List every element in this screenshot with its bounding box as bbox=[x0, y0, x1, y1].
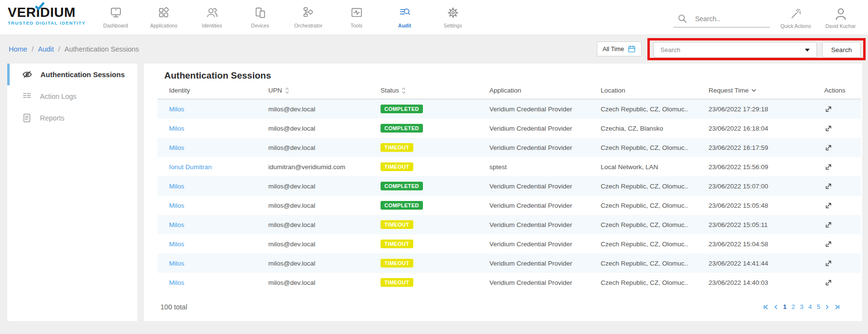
nav-item-identities[interactable]: Identities bbox=[188, 4, 236, 28]
open-session-icon bbox=[824, 279, 832, 287]
table-row: Milos milos@dev.local TIMEOUT Veridium C… bbox=[158, 215, 861, 234]
column-header-status[interactable]: Status bbox=[381, 87, 489, 94]
page-number-3[interactable]: 3 bbox=[800, 303, 803, 310]
open-session-button[interactable] bbox=[824, 105, 861, 113]
open-session-button[interactable] bbox=[824, 144, 861, 152]
table-header-row: IdentityUPNStatusApplicationLocationRequ… bbox=[158, 82, 861, 99]
column-header-request-time[interactable]: Request Time bbox=[709, 87, 824, 94]
sidebar-item-action-logs[interactable]: Action Logs bbox=[7, 85, 137, 107]
status-badge: TIMEOUT bbox=[381, 143, 413, 152]
status-badge: COMPLETED bbox=[381, 105, 423, 113]
application-cell: Veridium Credential Provider bbox=[489, 260, 601, 267]
column-header-upn[interactable]: UPN bbox=[268, 87, 381, 94]
request-time-cell: 23/06/2022 14:41:44 bbox=[709, 260, 824, 267]
open-session-button[interactable] bbox=[824, 182, 861, 190]
nav-item-label: Devices bbox=[251, 23, 269, 28]
open-session-icon bbox=[824, 259, 832, 267]
devices-icon bbox=[254, 4, 267, 21]
last-page-icon[interactable] bbox=[834, 304, 840, 310]
nav-item-devices[interactable]: Devices bbox=[236, 4, 284, 28]
wand-icon bbox=[789, 5, 802, 22]
open-session-button[interactable] bbox=[824, 259, 861, 267]
page-title: Authentication Sessions bbox=[164, 70, 271, 81]
prev-page-icon[interactable] bbox=[774, 304, 778, 310]
search-button-label: Search bbox=[831, 46, 852, 53]
total-count-label: 100 total bbox=[160, 303, 187, 311]
top-header: VERIDIUM TRUSTED DIGITAL IDENTITY Dashbo… bbox=[0, 0, 868, 34]
open-session-icon bbox=[824, 240, 832, 248]
application-cell: Veridium Credential Provider bbox=[489, 221, 601, 228]
identity-link[interactable]: Milos bbox=[169, 144, 268, 151]
sessions-table: IdentityUPNStatusApplicationLocationRequ… bbox=[158, 82, 861, 292]
table-row: Milos milos@dev.local COMPLETED Veridium… bbox=[158, 119, 861, 138]
identity-link[interactable]: Milos bbox=[169, 125, 268, 132]
sort-both-icon bbox=[285, 87, 289, 94]
column-header-label: Location bbox=[601, 87, 625, 94]
sidebar-item-label: Reports bbox=[40, 114, 65, 122]
open-session-button[interactable] bbox=[824, 163, 861, 171]
nav-item-label: Orchestrator bbox=[294, 23, 322, 28]
brand-name: VERIDIUM bbox=[8, 6, 86, 19]
breadcrumb-link-audit[interactable]: Audit bbox=[38, 45, 54, 53]
global-search-input[interactable]: Search.. bbox=[673, 10, 770, 27]
breadcrumb-separator: / bbox=[32, 45, 34, 53]
identity-link[interactable]: Milos bbox=[169, 106, 268, 113]
nav-item-audit[interactable]: Audit bbox=[381, 4, 429, 28]
search-button[interactable]: Search bbox=[822, 42, 861, 58]
breadcrumb-link-home[interactable]: Home bbox=[9, 45, 27, 53]
search-category-select[interactable]: Search bbox=[653, 42, 817, 58]
first-page-icon[interactable] bbox=[763, 304, 769, 310]
column-header-label: Application bbox=[489, 87, 521, 94]
nav-item-dashboard[interactable]: Dashboard bbox=[92, 4, 140, 28]
open-session-button[interactable] bbox=[824, 201, 861, 210]
identity-link[interactable]: Ionut Dumitran bbox=[169, 163, 268, 171]
user-menu[interactable]: David Kuchar bbox=[820, 5, 861, 29]
user-name: David Kuchar bbox=[825, 23, 855, 29]
column-header-label: Status bbox=[381, 87, 399, 94]
breadcrumb: Home/Audit/Authentication Sessions bbox=[9, 34, 139, 64]
identity-link[interactable]: Milos bbox=[169, 221, 268, 228]
sidebar-item-reports[interactable]: Reports bbox=[7, 107, 137, 129]
page-number-1[interactable]: 1 bbox=[783, 303, 787, 310]
upn-cell: milos@dev.local bbox=[268, 202, 381, 209]
sidebar-item-label: Authentication Sessions bbox=[40, 70, 125, 79]
identity-link[interactable]: Milos bbox=[169, 183, 268, 190]
orchestrator-icon bbox=[302, 4, 315, 21]
content-card: Authentication Sessions IdentityUPNStatu… bbox=[144, 64, 862, 321]
breadcrumb-separator: / bbox=[58, 45, 60, 53]
location-cell: Czech Republic, CZ, Olomuc.. bbox=[601, 202, 709, 209]
nav-item-tools[interactable]: Tools bbox=[332, 4, 381, 28]
request-time-cell: 23/06/2022 16:17:59 bbox=[709, 144, 824, 151]
identity-link[interactable]: Milos bbox=[169, 260, 268, 267]
identity-link[interactable]: Milos bbox=[169, 202, 268, 209]
application-cell: Veridium Credential Provider bbox=[489, 144, 601, 151]
nav-item-orchestrator[interactable]: Orchestrator bbox=[284, 4, 332, 28]
breadcrumb-current: Authentication Sessions bbox=[65, 45, 139, 53]
identity-link[interactable]: Milos bbox=[169, 240, 268, 248]
nav-item-applications[interactable]: Applications bbox=[140, 4, 188, 28]
open-session-icon bbox=[824, 105, 832, 113]
open-session-button[interactable] bbox=[824, 279, 861, 287]
next-page-icon[interactable] bbox=[825, 304, 829, 310]
status-badge: COMPLETED bbox=[381, 182, 423, 190]
quick-actions-button[interactable]: Quick Actions bbox=[776, 5, 816, 29]
chevron-down-icon bbox=[805, 49, 810, 52]
page-number-5[interactable]: 5 bbox=[816, 303, 820, 310]
veridium-logo[interactable]: VERIDIUM TRUSTED DIGITAL IDENTITY bbox=[8, 6, 86, 26]
request-time-cell: 23/06/2022 17:29:18 bbox=[709, 106, 824, 113]
open-session-button[interactable] bbox=[824, 221, 861, 229]
page-number-4[interactable]: 4 bbox=[808, 303, 812, 310]
open-session-button[interactable] bbox=[824, 240, 861, 248]
nav-item-label: Settings bbox=[444, 23, 462, 28]
sidebar-item-authentication-sessions[interactable]: Authentication Sessions bbox=[7, 64, 137, 85]
time-range-button[interactable]: All Time bbox=[597, 41, 642, 56]
page-number-2[interactable]: 2 bbox=[791, 303, 795, 310]
sort-both-icon bbox=[402, 87, 406, 94]
time-range-label: All Time bbox=[603, 46, 624, 53]
identity-link[interactable]: Milos bbox=[169, 279, 268, 286]
request-time-cell: 23/06/2022 15:05:11 bbox=[709, 221, 824, 228]
open-session-button[interactable] bbox=[824, 124, 861, 133]
nav-item-settings[interactable]: Settings bbox=[429, 4, 477, 28]
nav-item-label: Identities bbox=[202, 23, 222, 28]
column-header-actions: Actions bbox=[824, 87, 866, 94]
